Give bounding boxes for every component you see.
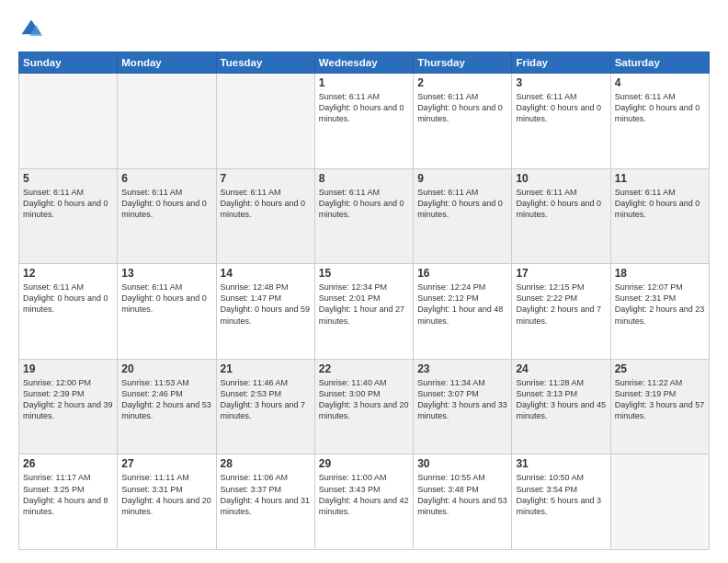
day-number: 9 xyxy=(417,172,507,185)
day-number: 12 xyxy=(23,267,113,280)
day-cell: 22Sunrise: 11:40 AM Sunset: 3:00 PM Dayl… xyxy=(314,359,413,454)
day-info: Sunrise: 11:40 AM Sunset: 3:00 PM Daylig… xyxy=(319,377,409,422)
day-number: 28 xyxy=(221,457,311,470)
day-number: 1 xyxy=(319,76,409,89)
calendar-table: SundayMondayTuesdayWednesdayThursdayFrid… xyxy=(18,52,710,550)
day-number: 4 xyxy=(615,76,705,89)
week-row-1: 1Sunset: 6:11 AM Daylight: 0 hours and 0… xyxy=(19,74,710,169)
weekday-header-thursday: Thursday xyxy=(414,52,512,74)
weekday-header-monday: Monday xyxy=(118,52,216,74)
day-cell: 24Sunrise: 11:28 AM Sunset: 3:13 PM Dayl… xyxy=(512,359,610,454)
day-info: Sunrise: 11:53 AM Sunset: 2:46 PM Daylig… xyxy=(121,377,211,422)
week-row-3: 12Sunset: 6:11 AM Daylight: 0 hours and … xyxy=(19,264,710,360)
day-number: 23 xyxy=(417,362,507,375)
day-cell: 18Sunrise: 12:07 PM Sunset: 2:31 PM Dayl… xyxy=(610,264,709,360)
day-info: Sunrise: 11:46 AM Sunset: 2:53 PM Daylig… xyxy=(221,377,311,422)
day-cell: 13Sunset: 6:11 AM Daylight: 0 hours and … xyxy=(118,264,216,360)
day-cell: 7Sunset: 6:11 AM Daylight: 0 hours and 0… xyxy=(216,168,314,264)
day-info: Sunset: 6:11 AM Daylight: 0 hours and 0 … xyxy=(23,282,113,315)
weekday-header-saturday: Saturday xyxy=(610,52,709,74)
day-info: Sunset: 6:11 AM Daylight: 0 hours and 0 … xyxy=(417,91,507,124)
day-info: Sunset: 6:11 AM Daylight: 0 hours and 0 … xyxy=(417,187,507,220)
day-info: Sunrise: 12:07 PM Sunset: 2:31 PM Daylig… xyxy=(615,282,705,327)
day-number: 24 xyxy=(516,362,606,375)
day-cell: 6Sunset: 6:11 AM Daylight: 0 hours and 0… xyxy=(118,168,216,264)
week-row-5: 26Sunrise: 11:17 AM Sunset: 3:25 PM Dayl… xyxy=(19,454,710,550)
day-info: Sunrise: 11:17 AM Sunset: 3:25 PM Daylig… xyxy=(23,472,113,517)
day-cell: 14Sunrise: 12:48 PM Sunset: 1:47 PM Dayl… xyxy=(216,264,314,360)
day-cell: 10Sunset: 6:11 AM Daylight: 0 hours and … xyxy=(512,168,610,264)
day-number: 18 xyxy=(615,267,705,280)
day-info: Sunrise: 11:22 AM Sunset: 3:19 PM Daylig… xyxy=(615,377,705,422)
day-cell: 25Sunrise: 11:22 AM Sunset: 3:19 PM Dayl… xyxy=(610,359,709,454)
week-row-2: 5Sunset: 6:11 AM Daylight: 0 hours and 0… xyxy=(19,168,710,264)
day-number: 7 xyxy=(221,172,311,185)
day-cell: 27Sunrise: 11:11 AM Sunset: 3:31 PM Dayl… xyxy=(118,454,216,550)
day-cell: 17Sunrise: 12:15 PM Sunset: 2:22 PM Dayl… xyxy=(512,264,610,360)
day-number: 5 xyxy=(23,172,113,185)
day-cell: 15Sunrise: 12:34 PM Sunset: 2:01 PM Dayl… xyxy=(314,264,413,360)
weekday-header-sunday: Sunday xyxy=(19,52,118,74)
day-info: Sunrise: 11:06 AM Sunset: 3:37 PM Daylig… xyxy=(221,472,311,517)
day-info: Sunrise: 11:00 AM Sunset: 3:43 PM Daylig… xyxy=(319,472,409,517)
day-info: Sunrise: 12:24 PM Sunset: 2:12 PM Daylig… xyxy=(417,282,507,327)
day-cell: 29Sunrise: 11:00 AM Sunset: 3:43 PM Dayl… xyxy=(314,454,413,550)
day-cell: 2Sunset: 6:11 AM Daylight: 0 hours and 0… xyxy=(414,74,512,169)
day-cell: 1Sunset: 6:11 AM Daylight: 0 hours and 0… xyxy=(314,74,413,169)
day-info: Sunset: 6:11 AM Daylight: 0 hours and 0 … xyxy=(121,282,211,315)
day-cell: 28Sunrise: 11:06 AM Sunset: 3:37 PM Dayl… xyxy=(216,454,314,550)
day-cell: 9Sunset: 6:11 AM Daylight: 0 hours and 0… xyxy=(414,168,512,264)
day-info: Sunset: 6:11 AM Daylight: 0 hours and 0 … xyxy=(319,187,409,220)
day-number: 3 xyxy=(516,76,606,89)
day-number: 10 xyxy=(516,172,606,185)
weekday-header-wednesday: Wednesday xyxy=(314,52,413,74)
day-info: Sunrise: 11:28 AM Sunset: 3:13 PM Daylig… xyxy=(516,377,606,422)
header xyxy=(18,17,710,42)
day-cell: 8Sunset: 6:11 AM Daylight: 0 hours and 0… xyxy=(314,168,413,264)
day-number: 6 xyxy=(121,172,211,185)
day-number: 27 xyxy=(121,457,211,470)
day-cell: 20Sunrise: 11:53 AM Sunset: 2:46 PM Dayl… xyxy=(118,359,216,454)
day-cell: 11Sunset: 6:11 AM Daylight: 0 hours and … xyxy=(610,168,709,264)
day-info: Sunset: 6:11 AM Daylight: 0 hours and 0 … xyxy=(516,187,606,220)
day-info: Sunrise: 12:48 PM Sunset: 1:47 PM Daylig… xyxy=(221,282,311,327)
day-number: 11 xyxy=(615,172,705,185)
weekday-header-tuesday: Tuesday xyxy=(216,52,314,74)
day-number: 30 xyxy=(417,457,507,470)
day-info: Sunset: 6:11 AM Daylight: 0 hours and 0 … xyxy=(615,187,705,220)
day-cell: 26Sunrise: 11:17 AM Sunset: 3:25 PM Dayl… xyxy=(19,454,118,550)
weekday-header-row: SundayMondayTuesdayWednesdayThursdayFrid… xyxy=(19,52,710,74)
day-info: Sunset: 6:11 AM Daylight: 0 hours and 0 … xyxy=(319,91,409,124)
day-number: 29 xyxy=(319,457,409,470)
day-info: Sunset: 6:11 AM Daylight: 0 hours and 0 … xyxy=(516,91,606,124)
day-info: Sunrise: 10:50 AM Sunset: 3:54 PM Daylig… xyxy=(516,472,606,517)
day-info: Sunset: 6:11 AM Daylight: 0 hours and 0 … xyxy=(221,187,311,220)
day-cell: 19Sunrise: 12:00 PM Sunset: 2:39 PM Dayl… xyxy=(19,359,118,454)
day-cell: 16Sunrise: 12:24 PM Sunset: 2:12 PM Dayl… xyxy=(414,264,512,360)
day-cell: 3Sunset: 6:11 AM Daylight: 0 hours and 0… xyxy=(512,74,610,169)
logo-icon xyxy=(18,17,44,42)
day-info: Sunset: 6:11 AM Daylight: 0 hours and 0 … xyxy=(121,187,211,220)
day-cell: 31Sunrise: 10:50 AM Sunset: 3:54 PM Dayl… xyxy=(512,454,610,550)
day-info: Sunrise: 11:34 AM Sunset: 3:07 PM Daylig… xyxy=(417,377,507,422)
day-cell: 12Sunset: 6:11 AM Daylight: 0 hours and … xyxy=(19,264,118,360)
day-number: 26 xyxy=(23,457,113,470)
day-cell xyxy=(610,454,709,550)
day-cell xyxy=(19,74,118,169)
day-info: Sunset: 6:11 AM Daylight: 0 hours and 0 … xyxy=(615,91,705,124)
logo xyxy=(18,17,48,42)
day-number: 31 xyxy=(516,457,606,470)
page: SundayMondayTuesdayWednesdayThursdayFrid… xyxy=(0,0,728,563)
day-cell: 21Sunrise: 11:46 AM Sunset: 2:53 PM Dayl… xyxy=(216,359,314,454)
day-number: 14 xyxy=(221,267,311,280)
day-number: 19 xyxy=(23,362,113,375)
weekday-header-friday: Friday xyxy=(512,52,610,74)
day-number: 15 xyxy=(319,267,409,280)
day-cell: 23Sunrise: 11:34 AM Sunset: 3:07 PM Dayl… xyxy=(414,359,512,454)
day-info: Sunrise: 12:34 PM Sunset: 2:01 PM Daylig… xyxy=(319,282,409,327)
day-number: 16 xyxy=(417,267,507,280)
day-info: Sunrise: 10:55 AM Sunset: 3:48 PM Daylig… xyxy=(417,472,507,517)
day-info: Sunrise: 12:00 PM Sunset: 2:39 PM Daylig… xyxy=(23,377,113,422)
day-cell: 4Sunset: 6:11 AM Daylight: 0 hours and 0… xyxy=(610,74,709,169)
day-info: Sunset: 6:11 AM Daylight: 0 hours and 0 … xyxy=(23,187,113,220)
